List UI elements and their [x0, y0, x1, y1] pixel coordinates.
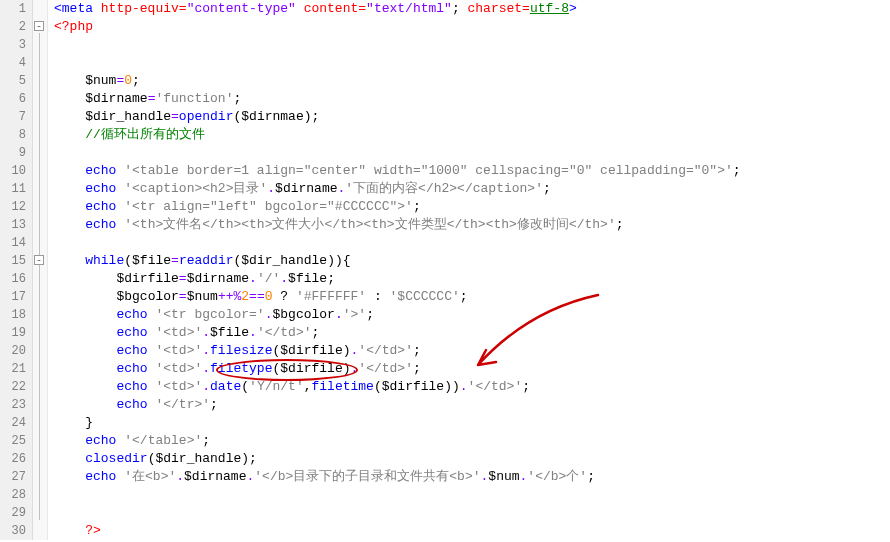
line-number: 7 — [4, 108, 26, 126]
line-number: 26 — [4, 450, 26, 468]
code-area[interactable]: <meta http-equiv="content-type" content=… — [48, 0, 890, 540]
line-number: 28 — [4, 486, 26, 504]
line-number: 22 — [4, 378, 26, 396]
code-line[interactable]: $bgcolor=$num++%2==0 ? '#FFFFFF' : '$CCC… — [54, 288, 890, 306]
fold-minus-icon[interactable]: - — [34, 255, 44, 265]
code-line[interactable]: while($file=readdir($dir_handle)){ — [54, 252, 890, 270]
code-line[interactable]: echo '<table border=1 align="center" wid… — [54, 162, 890, 180]
code-line[interactable]: $num=0; — [54, 72, 890, 90]
line-number: 18 — [4, 306, 26, 324]
code-editor: 1 2 3 4 5 6 7 8 9 10 11 12 13 14 15 16 1… — [0, 0, 890, 540]
code-line[interactable] — [54, 54, 890, 72]
code-line[interactable] — [54, 486, 890, 504]
code-line[interactable]: echo '<td>'.date('Y/n/t',filetime($dirfi… — [54, 378, 890, 396]
code-line[interactable]: ?> — [54, 522, 890, 540]
code-line[interactable]: echo '<tr align="left" bgcolor="#CCCCCC"… — [54, 198, 890, 216]
code-line[interactable]: echo '<caption><h2>目录'.$dirname.'下面的内容</… — [54, 180, 890, 198]
code-line[interactable]: $dir_handle=opendir($dirnmae); — [54, 108, 890, 126]
code-line[interactable]: echo '<td>'.filesize($dirfile).'</td>'; — [54, 342, 890, 360]
line-number: 6 — [4, 90, 26, 108]
line-number: 19 — [4, 324, 26, 342]
code-line[interactable]: echo '<td>'.filetype($dirfile).'</td>'; — [54, 360, 890, 378]
line-number: 11 — [4, 180, 26, 198]
line-gutter: 1 2 3 4 5 6 7 8 9 10 11 12 13 14 15 16 1… — [0, 0, 33, 540]
code-line[interactable]: //循环出所有的文件 — [54, 126, 890, 144]
line-number: 14 — [4, 234, 26, 252]
line-number: 5 — [4, 72, 26, 90]
code-line[interactable]: echo '<tr bgcolor='.$bgcolor.'>'; — [54, 306, 890, 324]
code-line[interactable]: echo '<td>'.$file.'</td>'; — [54, 324, 890, 342]
code-line[interactable] — [54, 504, 890, 522]
line-number: 27 — [4, 468, 26, 486]
line-number: 12 — [4, 198, 26, 216]
line-number: 13 — [4, 216, 26, 234]
fold-margin: - - — [33, 0, 48, 540]
code-line[interactable]: echo '</table>'; — [54, 432, 890, 450]
code-line[interactable]: closedir($dir_handle); — [54, 450, 890, 468]
line-number: 21 — [4, 360, 26, 378]
code-line[interactable]: $dirname='function'; — [54, 90, 890, 108]
code-line[interactable] — [54, 234, 890, 252]
code-line[interactable]: } — [54, 414, 890, 432]
line-number: 15 — [4, 252, 26, 270]
line-number: 9 — [4, 144, 26, 162]
line-number: 17 — [4, 288, 26, 306]
code-line[interactable]: <meta http-equiv="content-type" content=… — [54, 0, 890, 18]
line-number: 25 — [4, 432, 26, 450]
line-number: 10 — [4, 162, 26, 180]
code-line[interactable] — [54, 36, 890, 54]
code-line[interactable]: $dirfile=$dirname.'/'.$file; — [54, 270, 890, 288]
line-number: 30 — [4, 522, 26, 540]
code-line[interactable]: echo '</tr>'; — [54, 396, 890, 414]
code-line[interactable]: echo '<th>文件名</th><th>文件大小</th><th>文件类型<… — [54, 216, 890, 234]
line-number: 1 — [4, 0, 26, 18]
line-number: 2 — [4, 18, 26, 36]
line-number: 23 — [4, 396, 26, 414]
code-line[interactable] — [54, 144, 890, 162]
line-number: 4 — [4, 54, 26, 72]
line-number: 29 — [4, 504, 26, 522]
code-line[interactable]: echo '在<b>'.$dirname.'</b>目录下的子目录和文件共有<b… — [54, 468, 890, 486]
fold-minus-icon[interactable]: - — [34, 21, 44, 31]
line-number: 16 — [4, 270, 26, 288]
line-number: 24 — [4, 414, 26, 432]
code-line[interactable]: <?php — [54, 18, 890, 36]
line-number: 3 — [4, 36, 26, 54]
line-number: 8 — [4, 126, 26, 144]
line-number: 20 — [4, 342, 26, 360]
